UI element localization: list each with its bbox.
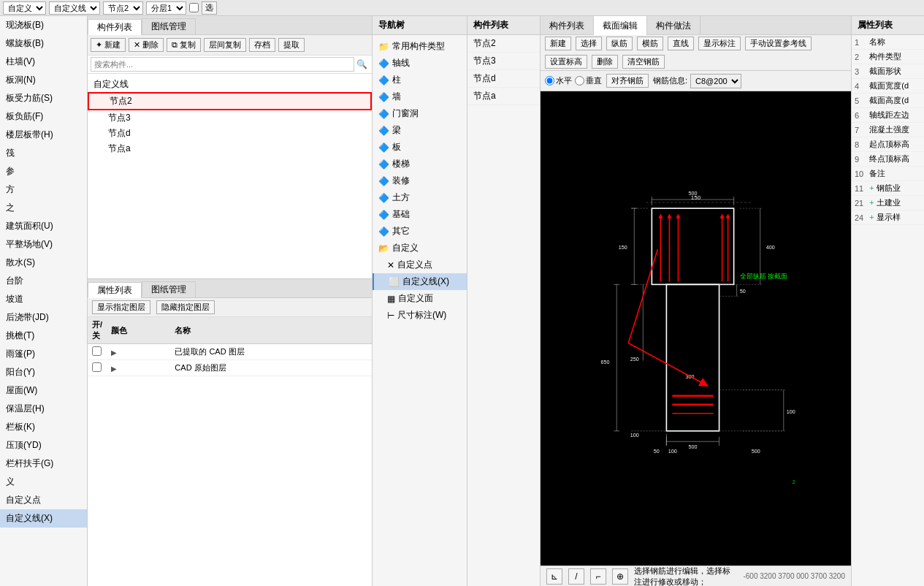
attr-row-5[interactable]: 5 截面高度(d <box>852 94 924 108</box>
nav-item-dimension[interactable]: ⊢ 尺寸标注(W) <box>373 307 467 324</box>
extract-btn[interactable]: 提取 <box>278 38 305 52</box>
toolbar-checkbox[interactable] <box>189 3 199 12</box>
show-layer-btn[interactable]: 显示指定图层 <box>92 300 150 314</box>
sidebar-item-houjiaodai[interactable]: 后浇带(JD) <box>0 308 87 327</box>
attr-row-2[interactable]: 2 构件类型 <box>852 50 924 64</box>
sidebar-item-yangtai[interactable]: 阳台(Y) <box>0 363 87 381</box>
tree-root[interactable]: 自定义线 <box>88 77 372 92</box>
nav-item-custom-line[interactable]: ⬜ 自定义线(X) <box>373 273 467 290</box>
se-radio-horizontal-label[interactable]: 水平 <box>545 75 572 86</box>
attr-row-10[interactable]: 10 备注 <box>852 167 924 181</box>
sidebar-item-yi[interactable]: 义 <box>0 473 87 491</box>
toolbar-select-btn[interactable]: 选 <box>202 1 217 15</box>
hide-layer-btn[interactable]: 隐藏指定图层 <box>156 300 215 314</box>
nav-item-foundation[interactable]: 🔷 基础 <box>373 206 467 223</box>
right-comp-jiedian2[interactable]: 节点2 <box>467 35 540 53</box>
se-horizontal-btn[interactable]: 横筋 <box>637 37 663 50</box>
se-tab-method[interactable]: 构件做法 <box>647 16 700 35</box>
search-button[interactable]: 🔍 <box>354 57 369 72</box>
sidebar-item-yupeng[interactable]: 雨篷(P) <box>0 345 87 363</box>
sidebar-item-can[interactable]: 参 <box>0 162 87 180</box>
tab-component-list[interactable]: 构件列表 <box>88 19 142 35</box>
floor-copy-btn[interactable]: 层间复制 <box>204 38 246 52</box>
sidebar-item-bandong[interactable]: 板洞(N) <box>0 71 87 89</box>
sidebar-item-xianjiaob[interactable]: 现浇板(B) <box>0 16 87 34</box>
delete-component-btn[interactable]: ✕ 删除 <box>129 38 164 52</box>
tab-drawing-mgmt-2[interactable]: 图纸管理 <box>142 281 196 297</box>
attr-row-11[interactable]: 11 + 钢筋业 <box>852 181 924 196</box>
tab-drawing-mgmt[interactable]: 图纸管理 <box>142 18 196 34</box>
sidebar-item-fa[interactable]: 筏 <box>0 144 87 162</box>
nav-item-custom[interactable]: 📂 自定义 <box>373 240 467 256</box>
nav-item-slab[interactable]: 🔷 板 <box>373 139 467 156</box>
copy-component-btn[interactable]: ⧉ 复制 <box>167 38 201 52</box>
right-component-tab[interactable]: 构件列表 <box>467 16 540 35</box>
sidebar-item-banfujin[interactable]: 板负筋(F) <box>0 107 87 126</box>
se-rebar-btn[interactable]: 纵筋 <box>606 37 633 50</box>
status-btn-1[interactable]: ⊾ <box>546 568 562 585</box>
se-tab-component[interactable]: 构件列表 <box>541 16 594 35</box>
sidebar-item-zidingydian[interactable]: 自定义点 <box>0 491 87 509</box>
se-manualref-btn[interactable]: 手动设置参考线 <box>745 37 812 50</box>
layer-row-original[interactable]: ▶ CAD 原始图层 <box>88 360 372 376</box>
toolbar-select-2[interactable]: 自定义线 <box>49 1 100 15</box>
sidebar-item-yading[interactable]: 压顶(YD) <box>0 436 87 454</box>
sidebar-item-podao[interactable]: 坡道 <box>0 290 87 308</box>
attr-row-8[interactable]: 8 起点顶标高 <box>852 137 924 152</box>
cad-canvas[interactable]: 150 <box>541 91 851 566</box>
rebar-select[interactable]: C8@200 <box>690 74 741 88</box>
sidebar-item-zhuqiang[interactable]: 柱墙(V) <box>0 53 87 71</box>
nav-item-other[interactable]: 🔷 其它 <box>373 223 467 240</box>
right-comp-jiedian3[interactable]: 节点3 <box>467 53 540 70</box>
se-straight-btn[interactable]: 直线 <box>668 37 694 50</box>
se-select-btn[interactable]: 选择 <box>576 37 602 50</box>
attr-row-21[interactable]: 21 + 土建业 <box>852 196 924 210</box>
right-comp-jiediana[interactable]: 节点a <box>467 88 540 105</box>
se-delete-btn[interactable]: 删除 <box>592 55 618 69</box>
se-new-btn[interactable]: 新建 <box>545 37 571 50</box>
save-btn[interactable]: 存档 <box>249 38 275 52</box>
tree-node-jiediana[interactable]: 节点a <box>88 141 372 156</box>
tree-node-jiedian2[interactable]: 节点2 <box>88 92 372 110</box>
sidebar-item-luoxuanb[interactable]: 螺旋板(B) <box>0 34 87 53</box>
toolbar-select-3[interactable]: 节点2 <box>103 1 143 15</box>
attr-row-6[interactable]: 6 轴线距左边 <box>852 108 924 123</box>
sidebar-item-baowenceng[interactable]: 保温层(H) <box>0 400 87 418</box>
attr-expand-21[interactable]: + <box>869 198 874 207</box>
toolbar-select-4[interactable]: 分层1 <box>146 1 186 15</box>
layer-checkbox-2[interactable] <box>92 362 102 372</box>
se-annotation-btn[interactable]: 显示标注 <box>698 37 741 50</box>
se-alignrebar-btn[interactable]: 对齐钢筋 <box>606 74 649 88</box>
attr-row-1[interactable]: 1 名称 <box>852 35 924 50</box>
nav-item-column[interactable]: 🔷 柱 <box>373 72 467 88</box>
tree-node-jiedian3[interactable]: 节点3 <box>88 110 372 126</box>
sidebar-item-loudaibandai[interactable]: 楼层板带(H) <box>0 126 87 144</box>
sidebar-item-langanshou[interactable]: 栏杆扶手(G) <box>0 454 87 473</box>
layer-row-extracted[interactable]: ▶ 已提取的 CAD 图层 <box>88 344 372 360</box>
sidebar-item-banshoulijin[interactable]: 板受力筋(S) <box>0 89 87 107</box>
se-radio-horizontal[interactable] <box>545 76 554 85</box>
sidebar-item-fang[interactable]: 方 <box>0 180 87 199</box>
se-radio-vertical-label[interactable]: 垂直 <box>575 75 602 86</box>
nav-item-door[interactable]: 🔷 门窗洞 <box>373 105 467 122</box>
tab-attributes[interactable]: 属性列表 <box>88 282 142 298</box>
layer-checkbox-1[interactable] <box>92 346 102 356</box>
se-clearrebar-btn[interactable]: 清空钢筋 <box>622 55 665 69</box>
attr-expand-11[interactable]: + <box>869 183 874 192</box>
nav-item-earth[interactable]: 🔷 土方 <box>373 189 467 206</box>
sidebar-item-wumian[interactable]: 屋面(W) <box>0 381 87 400</box>
toolbar-select-1[interactable]: 自定义 <box>3 1 46 15</box>
nav-item-custom-point[interactable]: ✕ 自定义点 <box>373 256 467 273</box>
sidebar-item-tiaoeyan[interactable]: 挑檐(T) <box>0 327 87 345</box>
status-btn-2[interactable]: / <box>568 568 584 585</box>
attr-row-3[interactable]: 3 截面形状 <box>852 64 924 79</box>
attr-row-7[interactable]: 7 混凝土强度 <box>852 123 924 137</box>
nav-item-beam[interactable]: 🔷 梁 <box>373 122 467 139</box>
se-tab-section[interactable]: 截面编辑 <box>594 16 647 35</box>
attr-row-9[interactable]: 9 终点顶标高 <box>852 152 924 167</box>
nav-item-custom-face[interactable]: ▦ 自定义面 <box>373 290 467 307</box>
status-btn-4[interactable]: ⊕ <box>612 568 628 585</box>
se-setheight-btn[interactable]: 设置标高 <box>545 55 587 69</box>
right-comp-jiediand[interactable]: 节点d <box>467 70 540 88</box>
tree-node-jiediand[interactable]: 节点d <box>88 126 372 141</box>
